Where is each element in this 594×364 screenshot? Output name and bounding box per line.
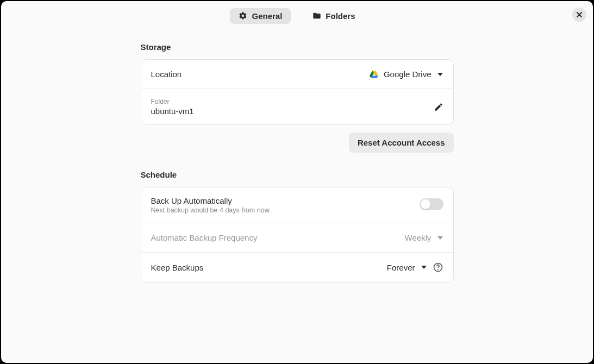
backup-automatically-label: Back Up Automatically	[151, 196, 271, 205]
toggle-knob	[421, 199, 430, 209]
keep-backups-row[interactable]: Keep Backups Forever	[141, 253, 453, 282]
gear-icon	[239, 11, 247, 20]
backup-automatically-sub: Next backup would be 4 days from now.	[151, 206, 271, 214]
reset-account-access-button[interactable]: Reset Account Access	[349, 133, 454, 153]
google-drive-icon	[370, 71, 378, 78]
storage-section-title: Storage	[141, 42, 454, 52]
close-button[interactable]	[572, 8, 586, 22]
keep-backups-label: Keep Backups	[151, 263, 204, 272]
tab-folders[interactable]: Folders	[304, 8, 364, 24]
storage-location-value: Google Drive	[384, 70, 432, 79]
tab-bar: General Folders	[230, 8, 364, 24]
tab-general-label: General	[252, 11, 282, 21]
header-bar: General Folders	[1, 1, 593, 27]
chevron-down-icon	[437, 71, 443, 78]
storage-location-label: Location	[151, 70, 182, 79]
preferences-window: General Folders Storage Location	[1, 1, 593, 363]
storage-card: Location Google Drive Folder ubuntu-vm1	[141, 59, 454, 125]
reset-button-label: Reset Account Access	[358, 138, 445, 147]
close-icon	[577, 12, 582, 17]
storage-folder-value: ubuntu-vm1	[151, 106, 194, 116]
storage-location-row[interactable]: Location Google Drive	[141, 60, 453, 89]
storage-folder-small-label: Folder	[151, 98, 194, 105]
storage-folder-row[interactable]: Folder ubuntu-vm1	[141, 89, 453, 124]
chevron-down-icon	[421, 264, 427, 271]
pencil-icon[interactable]	[434, 102, 443, 112]
backup-automatically-toggle[interactable]	[420, 198, 443, 210]
svg-point-4	[437, 269, 439, 270]
chevron-down-icon	[437, 235, 443, 241]
backup-frequency-row[interactable]: Automatic Backup Frequency Weekly	[141, 223, 453, 253]
keep-backups-value: Forever	[387, 263, 415, 272]
backup-frequency-label: Automatic Backup Frequency	[151, 233, 258, 242]
help-icon[interactable]	[433, 262, 443, 273]
folder-icon	[312, 11, 321, 20]
schedule-card: Back Up Automatically Next backup would …	[141, 187, 454, 283]
schedule-section-title: Schedule	[141, 170, 454, 179]
backup-frequency-value: Weekly	[405, 233, 432, 242]
tab-general[interactable]: General	[230, 8, 291, 24]
tab-folders-label: Folders	[326, 11, 355, 21]
backup-automatically-row: Back Up Automatically Next backup would …	[141, 187, 453, 223]
content-area: Storage Location Google Drive Folder	[141, 42, 454, 283]
